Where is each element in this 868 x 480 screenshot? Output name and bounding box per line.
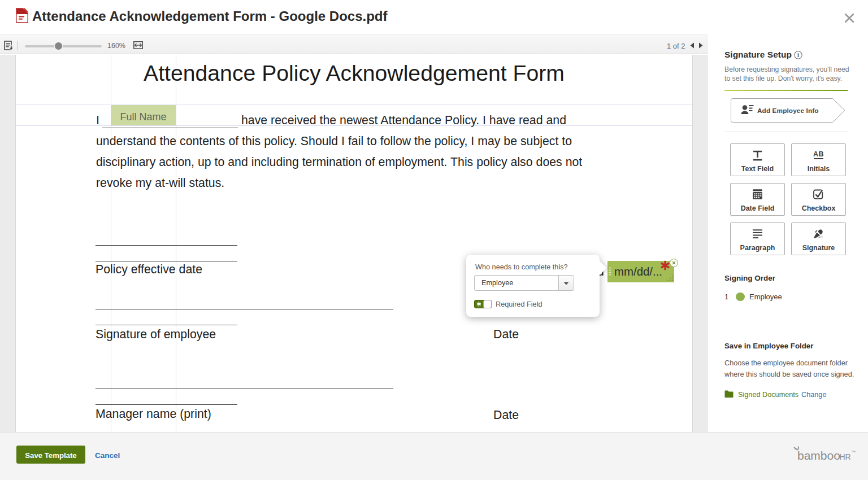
svg-text:HR: HR [840, 452, 851, 461]
svg-text:bamboo: bamboo [797, 449, 840, 462]
svg-text:™: ™ [852, 450, 856, 454]
svg-text:i: i [797, 52, 799, 58]
